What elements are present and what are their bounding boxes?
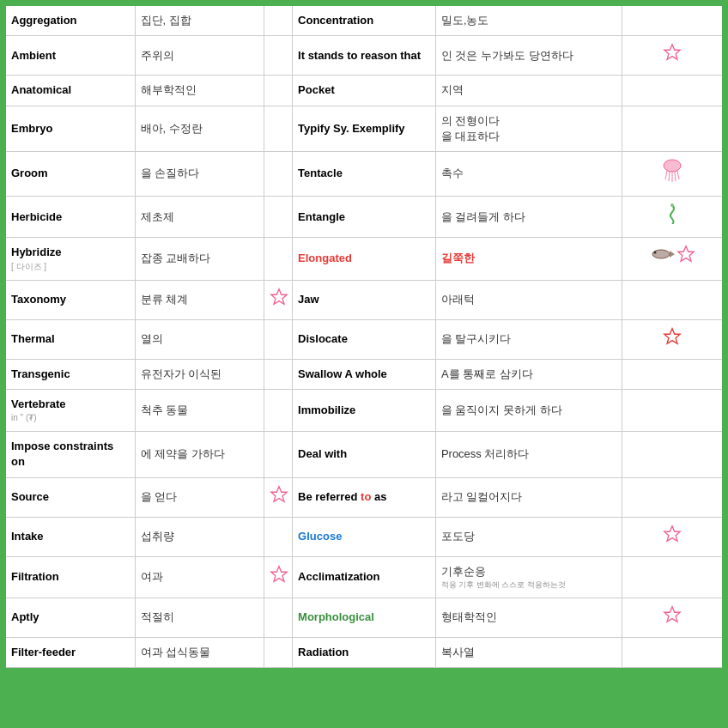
- right-icon-cell: [622, 477, 722, 517]
- left-en-word: Herbicide: [6, 197, 135, 238]
- table-row: Intake섭취량Glucose포도당: [6, 517, 722, 556]
- left-ko-word: 유전자가 이식된: [135, 359, 264, 389]
- right-ko-word: 포도당: [435, 517, 622, 556]
- left-icon-cell: [264, 432, 292, 477]
- right-ko-word: A를 통째로 삼키다: [435, 359, 622, 389]
- right-ko-word: 복사열: [435, 637, 622, 667]
- right-icon-cell: [622, 280, 722, 319]
- right-en-word: Acclimatization: [293, 557, 436, 598]
- right-ko-word: 밀도,농도: [435, 6, 622, 36]
- left-icon-cell: [264, 238, 292, 280]
- svg-marker-13: [664, 329, 680, 343]
- left-ko-word: 을 얻다: [135, 477, 264, 517]
- table-row: Hybridize[ 다이즈 ]잡종 교배하다Elongated길쭉한: [6, 238, 722, 280]
- left-icon-cell: [264, 6, 292, 36]
- right-ko-word: 인 것은 누가봐도 당연하다: [435, 36, 622, 76]
- left-icon-cell: [264, 390, 292, 432]
- right-ko-word: 지역: [435, 76, 622, 106]
- table-row: Groom을 손질하다Tentacle촉수: [6, 151, 722, 196]
- right-ko-word: 촉수: [435, 151, 622, 196]
- left-icon-cell: [264, 106, 292, 151]
- right-en-word: Be referred to as: [293, 477, 436, 517]
- svg-line-5: [675, 172, 676, 181]
- left-en-word: Hybridize[ 다이즈 ]: [6, 238, 135, 280]
- left-ko-word: 배아, 수정란: [135, 106, 264, 151]
- left-ko-word: 여과: [135, 557, 264, 598]
- table-row: Filtration여과 Acclimatization기후순응적응 기후 변화…: [6, 557, 722, 598]
- right-icon-cell: [622, 637, 722, 667]
- right-ko-word: 을 움직이지 못하게 하다: [435, 390, 622, 432]
- left-en-word: Aggregation: [6, 6, 135, 36]
- left-icon-cell: [264, 197, 292, 238]
- right-icon-cell: [622, 557, 722, 598]
- right-icon-cell: [622, 238, 722, 270]
- table-row: Filter-feeder여과 섭식동물Radiation복사열: [6, 637, 722, 667]
- table-row: Anatomical해부학적인Pocket지역: [6, 76, 722, 106]
- svg-marker-14: [271, 486, 287, 500]
- left-en-word: Transgenic: [6, 359, 135, 389]
- left-icon-cell: [264, 598, 292, 637]
- right-icon-cell: [622, 319, 722, 359]
- right-en-word: Entangle: [293, 197, 436, 238]
- left-icon-cell: [264, 76, 292, 106]
- left-icon-cell: [264, 151, 292, 196]
- svg-marker-16: [271, 567, 287, 581]
- table-row: Vertebratein " (₮)척추 동물Immobilize을 움직이지 …: [6, 390, 722, 432]
- right-icon-cell: [622, 106, 722, 151]
- left-ko-word: 척추 동물: [135, 390, 264, 432]
- table-row: Embryo배아, 수정란Typify Sy. Exemplify의 전형이다을…: [6, 106, 722, 151]
- table-row: Aptly적절히Morphological형태학적인: [6, 598, 722, 637]
- right-icon-cell: [622, 76, 722, 106]
- right-en-word: Radiation: [293, 637, 436, 667]
- right-en-word: Pocket: [293, 76, 436, 106]
- left-en-word: Impose constraints on: [6, 432, 135, 477]
- left-ko-word: 에 제약을 가하다: [135, 432, 264, 477]
- right-ko-word: 을 탈구시키다: [435, 319, 622, 359]
- table-row: Transgenic유전자가 이식된Swallow A wholeA를 통째로 …: [6, 359, 722, 389]
- svg-marker-15: [664, 526, 680, 541]
- table-row: Ambient주위의It stands to reason that인 것은 누…: [6, 36, 722, 76]
- right-en-word: Swallow A whole: [293, 359, 436, 389]
- svg-point-7: [670, 203, 674, 207]
- left-en-word: Thermal: [6, 319, 135, 359]
- right-en-word: Dislocate: [293, 319, 436, 359]
- right-en-word: It stands to reason that: [293, 36, 436, 76]
- svg-point-10: [653, 252, 656, 254]
- left-icon-cell: [264, 280, 292, 319]
- svg-marker-0: [664, 45, 680, 59]
- right-icon-cell: [622, 598, 722, 637]
- right-icon-cell: [622, 432, 722, 477]
- table-row: Taxonomy분류 체계 Jaw아래턱: [6, 280, 722, 319]
- table-row: Source을 얻다 Be referred to as라고 일컬어지다: [6, 477, 722, 517]
- left-en-word: Taxonomy: [6, 280, 135, 319]
- right-ko-word: 의 전형이다을 대표하다: [435, 106, 622, 151]
- right-icon-cell: [622, 151, 722, 196]
- left-en-word: Groom: [6, 151, 135, 196]
- left-en-word: Embryo: [6, 106, 135, 151]
- left-ko-word: 섭취량: [135, 517, 264, 556]
- right-ko-word: 라고 일컬어지다: [435, 477, 622, 517]
- svg-marker-12: [271, 288, 287, 303]
- left-ko-word: 을 손질하다: [135, 151, 264, 196]
- left-ko-word: 주위의: [135, 36, 264, 76]
- right-ko-word: Process 처리하다: [435, 432, 622, 477]
- left-en-word: Vertebratein " (₮): [6, 390, 135, 432]
- left-en-word: Aptly: [6, 598, 135, 637]
- table-row: Thermal열의Dislocate을 탈구시키다: [6, 319, 722, 359]
- table-row: Impose constraints on에 제약을 가하다Deal withP…: [6, 432, 722, 477]
- table-row: Herbicide제초제Entangle을 걸려들게 하다: [6, 197, 722, 238]
- table-row: Aggregation집단, 집합Concentration밀도,농도: [6, 6, 722, 36]
- left-ko-word: 잡종 교배하다: [135, 238, 264, 280]
- left-en-word: Filtration: [6, 557, 135, 598]
- right-icon-cell: [622, 517, 722, 556]
- vocabulary-table: Aggregation집단, 집합Concentration밀도,농도Ambie…: [3, 3, 725, 670]
- svg-line-6: [677, 171, 679, 179]
- right-ko-word: 기후순응적응 기후 변화에 스스로 적응하는것: [435, 557, 622, 598]
- right-ko-word: 형태학적인: [435, 598, 622, 637]
- right-icon-cell: [622, 359, 722, 389]
- left-en-word: Anatomical: [6, 76, 135, 106]
- right-en-word: Deal with: [293, 432, 436, 477]
- left-icon-cell: [264, 477, 292, 517]
- left-ko-word: 여과 섭식동물: [135, 637, 264, 667]
- right-en-word: Glucose: [293, 517, 436, 556]
